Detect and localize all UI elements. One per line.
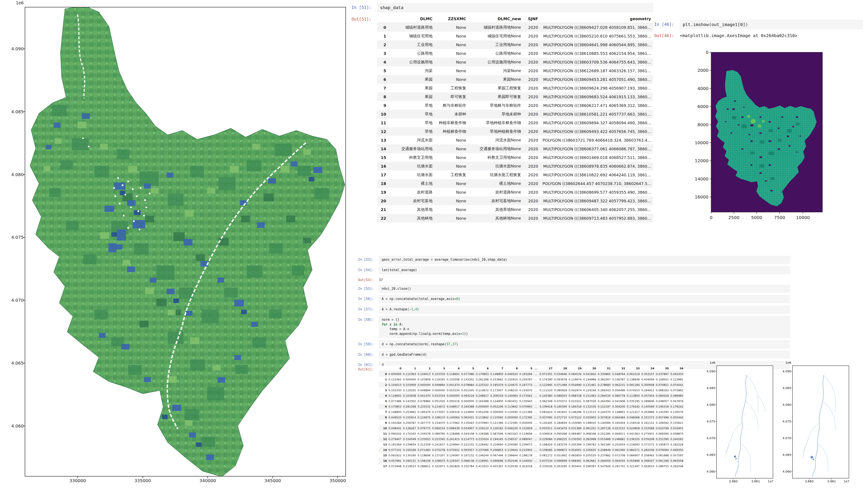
cell: 未耕种 [435,110,468,119]
y-axis-offset-label: 1e6 [785,361,791,364]
cell: 0.144968 [582,377,597,382]
cell: ... [533,463,538,469]
cell: MULTIPOLYGON (((38609487.322 4057799.423… [540,196,653,205]
cell: 0.105635 [582,447,597,453]
x-axis-offset-label: 1e7 [768,480,773,483]
table-row: 9旱地粮与非粮轮作旱地粮与非粮轮作2020MULTIPOLYGON (((386… [377,101,653,110]
tick-label: 4.075 [782,420,791,423]
cell: 0.000000 [388,371,402,377]
cell: 0.156518 [626,420,640,426]
cell: 2020 [523,40,540,49]
cell: None [435,66,468,75]
cell: 0.236325 [626,436,640,442]
cell: 0.056496 [611,388,626,393]
cell: 0.289611 [416,463,431,469]
cell: 工业用地None [468,40,523,49]
cell: 0.104013 [388,382,402,388]
cell: ... [533,404,538,409]
row-index: 10 [379,426,388,431]
tick-label: 0 [710,215,713,220]
cell: 0.353237 [640,371,655,377]
cell: 0.152197 [597,404,611,409]
cell: 0.291829 [446,463,460,469]
cell: 0.291701 [611,463,626,469]
cell: 0.225532 [416,404,431,409]
cell: 0.069011 [611,431,626,436]
cell: 0.123991 [670,377,684,382]
cell: 0.104013 [416,371,431,377]
output-text: <matplotlib.image.AxesImage at 0x264ba02… [680,31,798,38]
y-tick-marks [715,371,716,471]
row-index: 9 [377,101,389,110]
cell: 0.145380 [538,393,553,398]
input-prompt: In [54]: [358,266,379,272]
code-input[interactable]: A = A.reshape(-1,4) [379,305,790,314]
cell: 0.146296 [568,409,582,415]
cell: 0.172395 [504,420,519,426]
code-input[interactable]: ndvi_20.close() [379,285,790,293]
code-input[interactable]: d = gpd.GeoDataFrame(d) [379,351,790,359]
cell: 2020 [523,179,540,188]
cell: 0.170853 [475,371,489,377]
cell: 2020 [523,136,540,144]
cell: 0.067446 [489,453,504,458]
cell: None [435,179,468,188]
cell: 0.051692 [553,453,568,458]
cell: 0.090268 [553,431,568,436]
row-index: 6 [379,404,388,409]
tick-label: 4.085 [782,386,791,390]
cell: 0.161810 [553,409,568,415]
cell: 0.109418 [538,404,553,409]
code-input[interactable]: geos_error,total_average = average_times… [379,256,790,264]
cell: 其他林地 [389,214,435,223]
cell: 0.182528 [670,442,684,447]
code-text: A = np.concatenate(total_average,axis=0) [382,297,787,301]
tick-label: 340000 [199,478,216,483]
code-text: geos_error,total_average = average_times… [382,257,787,262]
cell: 0.132105 [582,404,597,409]
cell: 0.091922 [388,453,402,458]
cell: 0.068346 [582,431,597,436]
row-index: 22 [377,214,389,223]
cell: 0.108973 [431,458,446,463]
cell: 0.173562 [519,393,533,398]
code-input[interactable]: len(total_average) [379,266,790,274]
column-header: 29 [568,366,582,371]
cell: 0.068728 [568,393,582,398]
code-input[interactable]: norm = [] for x in A: temp = A-x norm.ap… [379,316,790,338]
code-input[interactable]: shap_data [377,3,653,12]
cell: 0.043479 [553,426,568,431]
code-input[interactable]: d = np.concatenate(norm).reshape(37,37) [379,340,790,348]
cell: 0.119165 [402,388,416,393]
cell: MULTIPOLYGON (((38606405.340 4062057.255… [540,205,653,214]
code-cell: In [54]:len(total_average) [358,266,790,274]
input-prompt: In [46]: [654,20,680,27]
cell: 公路用地 [389,49,435,58]
cell: MULTIPOLYGON (((38610581.221 4057737.663… [540,110,653,119]
code-input[interactable]: A = np.concatenate(total_average,axis=0) [379,295,790,303]
cell: ... [533,431,538,436]
cell: ... [533,409,538,415]
cell: 0.174163 [402,431,416,436]
row-index: 11 [377,119,389,127]
cell: 0.190340 [553,404,568,409]
cell: 0.155914 [504,377,519,382]
cell: MULTIPOLYGON (((38610885.553 4062154.954… [540,49,653,58]
row-index: 12 [377,127,389,136]
input-prompt: In [53]: [358,256,379,262]
cell: ... [533,415,538,420]
table-row: 3公路用地None公路用地None2020MULTIPOLYGON (((386… [377,49,653,58]
cell: 坑塘水面None [468,162,523,170]
cell: MULTIPOLYGON (((38609713.483 4057952.883… [540,214,653,223]
cell: 0.073122 [568,415,582,420]
cell: 0.062348 [538,398,553,404]
cell: 0.113842 [475,415,489,420]
cell: 0.214773 [460,436,475,442]
code-input[interactable]: plt.imshow(out_image1[0]) [680,20,863,29]
cell: 0.077486 [460,371,475,377]
cell: 果园 [389,75,435,84]
cell: 0.110644 [504,447,519,453]
cell: 城镇村道路用地 [389,23,435,32]
input-prompt: In [55]: [358,285,379,291]
matrix-row: 00.0000000.1153630.1040130.1033300.11860… [379,371,684,377]
